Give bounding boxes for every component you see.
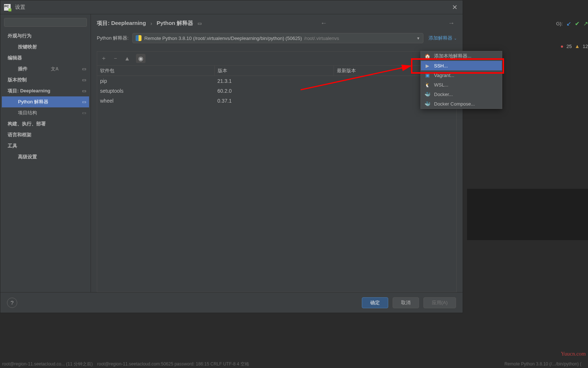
- sidebar-item-label: Python 解释器: [18, 99, 48, 105]
- packages-panel: ＋ － ▲ ◉ 软件包 版本 最新版本 pip21.3.1setuptools6…: [97, 51, 457, 292]
- dropdown-item-docker[interactable]: 🐳Docker Compose...: [421, 99, 502, 108]
- breadcrumb-child: Python 解释器: [157, 20, 193, 27]
- dialog-titlebar: 设置 ✕: [0, 0, 463, 14]
- sidebar-item-2[interactable]: ›编辑器: [2, 52, 89, 63]
- remove-package-button[interactable]: －: [113, 55, 118, 62]
- add-interpreter-link[interactable]: 添加解释器 ⌄: [429, 35, 457, 41]
- dropdown-item-docker[interactable]: 🐳Docker...: [421, 89, 502, 99]
- dropdown-item-vagrant[interactable]: ▣Vagrant...: [421, 70, 502, 80]
- project-badge-icon: ▭: [82, 88, 86, 93]
- col-name-header[interactable]: 软件包: [97, 66, 214, 76]
- nav-forward-button[interactable]: →: [446, 19, 457, 27]
- ok-button[interactable]: 确定: [362, 297, 388, 308]
- breadcrumb-sep: ›: [150, 20, 152, 26]
- chevron-icon: ›: [8, 133, 10, 137]
- bg-dark-panel: [467, 189, 588, 240]
- package-row[interactable]: wheel0.37.1: [97, 96, 456, 106]
- package-row[interactable]: setuptools60.2.0: [97, 86, 456, 96]
- sidebar-item-label: 插件: [18, 66, 27, 72]
- warning-icon: ▲: [575, 43, 580, 49]
- docker-icon: 🐳: [425, 92, 430, 97]
- project-badge-icon: ▭: [82, 77, 86, 82]
- add-interpreter-dropdown: 🏠添加本地解释器...▶SSH...▣Vagrant...🐧WSL...🐳Doc…: [420, 51, 502, 109]
- add-package-button[interactable]: ＋: [101, 55, 107, 62]
- sidebar-item-10[interactable]: ›工具: [2, 140, 89, 151]
- sidebar-item-label: 版本控制: [8, 77, 27, 83]
- sidebar-item-9[interactable]: ›语言和框架: [2, 129, 89, 140]
- watermark: Yuucn.com: [561, 351, 586, 357]
- interpreter-select[interactable]: Remote Python 3.8.10 (/root/.virtualenvs…: [132, 33, 423, 43]
- status-right: Remote Python 3.8.10 (/.../bin/python) (: [504, 361, 581, 367]
- interpreter-row: Python 解释器: Remote Python 3.8.10 (/root/…: [91, 33, 463, 47]
- chevron-icon: ›: [8, 34, 10, 38]
- interpreter-selected: Remote Python 3.8.10 (/root/.virtualenvs…: [144, 36, 302, 41]
- sidebar-item-5[interactable]: ⌄项目: Deeplearning▭: [2, 85, 89, 96]
- play-icon: ▶: [425, 63, 430, 69]
- pycharm-logo-icon: [4, 4, 11, 11]
- vagrant-icon: ▣: [425, 73, 430, 78]
- sidebar-item-label: 外观与行为: [8, 33, 32, 39]
- chevron-icon: ›: [8, 56, 10, 60]
- dropdown-item-play[interactable]: ▶SSH...: [421, 61, 502, 70]
- sidebar-item-0[interactable]: ›外观与行为: [2, 30, 89, 41]
- nav-back-button[interactable]: ←: [318, 19, 329, 27]
- help-button[interactable]: ?: [7, 298, 17, 308]
- settings-sidebar: 🔍 ›外观与行为按键映射›编辑器插件文A▭›版本控制▭⌄项目: Deeplear…: [0, 14, 91, 292]
- search-input[interactable]: [4, 18, 87, 27]
- col-version-header[interactable]: 版本: [214, 66, 334, 76]
- warning-count: 12: [583, 44, 588, 49]
- sidebar-item-11[interactable]: 高级设置: [2, 151, 89, 162]
- project-badge-icon: ▭: [82, 66, 86, 71]
- sidebar-item-6[interactable]: Python 解释器▭: [2, 96, 89, 107]
- settings-main: 项目: Deeplearning › Python 解释器 ▭ ← → Pyth…: [91, 14, 463, 292]
- project-badge-icon: ▭: [82, 99, 86, 104]
- show-early-releases-button[interactable]: ◉: [136, 54, 146, 63]
- error-icon: ●: [561, 43, 563, 49]
- breadcrumb-badge-icon: ▭: [198, 21, 202, 26]
- sidebar-item-label: 编辑器: [8, 55, 22, 61]
- pkg-name: pip: [97, 78, 214, 84]
- packages-toolbar: ＋ － ▲ ◉: [97, 52, 456, 66]
- dropdown-item-label: Docker...: [434, 92, 453, 97]
- editor-problem-indicators: ● 25 ▲ 12: [561, 43, 588, 49]
- dialog-footer: ? 确定 取消 应用(A): [0, 292, 463, 313]
- python-icon: [136, 35, 142, 41]
- search-wrap: 🔍: [2, 16, 89, 30]
- status-left: root@region-11.seetacloud.co... (11 分钟之前…: [2, 361, 93, 367]
- dropdown-item-wsl[interactable]: 🐧WSL...: [421, 80, 502, 89]
- sidebar-item-label: 语言和框架: [8, 132, 32, 138]
- sidebar-item-7[interactable]: 项目结构▭: [2, 107, 89, 118]
- cancel-button[interactable]: 取消: [393, 297, 419, 308]
- error-count: 25: [566, 44, 572, 49]
- package-row[interactable]: pip21.3.1: [97, 76, 456, 86]
- dialog-title: 设置: [15, 4, 25, 11]
- breadcrumb-parent[interactable]: 项目: Deeplearning: [97, 20, 146, 27]
- lang-icon: 文A: [51, 66, 59, 72]
- sidebar-item-4[interactable]: ›版本控制▭: [2, 74, 89, 85]
- status-mid: root@region-11.seetacloud.com:50625 pass…: [97, 361, 249, 367]
- chevron-icon: ⌄: [8, 89, 11, 93]
- pkg-name: wheel: [97, 98, 214, 104]
- chevron-down-icon: ▼: [416, 36, 420, 40]
- chevron-icon: ›: [8, 144, 10, 148]
- apply-button[interactable]: 应用(A): [423, 297, 456, 308]
- sidebar-item-3[interactable]: 插件文A▭: [2, 63, 89, 74]
- chevron-down-icon: ⌄: [454, 36, 457, 40]
- chevron-icon: ›: [8, 122, 10, 126]
- sidebar-item-label: 项目: Deeplearning: [8, 88, 50, 94]
- pkg-name: setuptools: [97, 88, 214, 94]
- pkg-version: 0.37.1: [214, 98, 334, 104]
- dropdown-item-home[interactable]: 🏠添加本地解释器...: [421, 51, 502, 61]
- bg-label: G):: [556, 21, 563, 26]
- sidebar-item-label: 项目结构: [18, 110, 37, 116]
- dropdown-item-label: Vagrant...: [434, 73, 454, 78]
- upgrade-package-button[interactable]: ▲: [124, 55, 130, 62]
- sidebar-item-label: 高级设置: [18, 154, 37, 160]
- close-button[interactable]: ✕: [451, 3, 459, 11]
- sidebar-item-8[interactable]: ›构建、执行、部署: [2, 118, 89, 129]
- dropdown-item-label: WSL...: [434, 82, 448, 88]
- interpreter-label: Python 解释器:: [97, 35, 129, 41]
- sidebar-item-label: 按键映射: [18, 44, 37, 50]
- dropdown-item-label: SSH...: [434, 63, 448, 69]
- sidebar-item-1[interactable]: 按键映射: [2, 41, 89, 52]
